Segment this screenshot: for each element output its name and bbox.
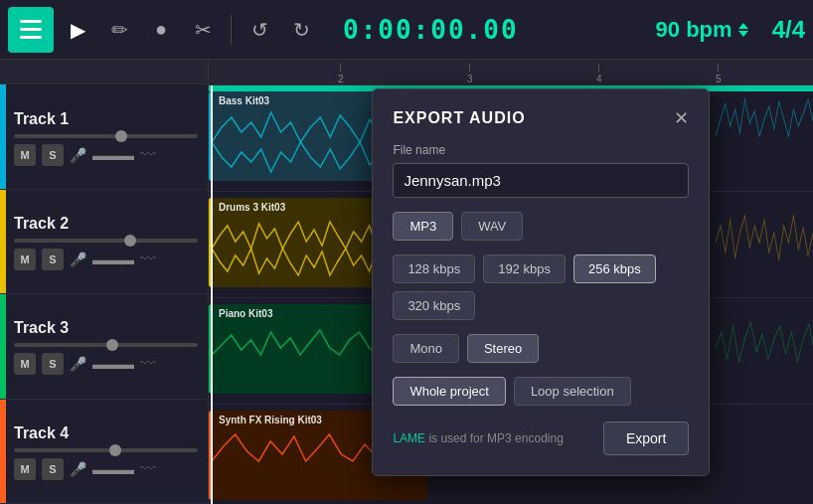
track2-controls: M S 🎤 ▬▬▬ 〰 xyxy=(14,249,198,270)
file-name-input[interactable] xyxy=(393,163,689,198)
track2-name: Track 2 xyxy=(14,215,198,233)
track4-name: Track 4 xyxy=(14,424,198,442)
format-buttons: MP3 WAV xyxy=(393,212,689,241)
track3-eq-icon: ▬▬▬ xyxy=(92,356,134,372)
track4-slider-row xyxy=(14,448,198,452)
bpm-arrows xyxy=(738,23,748,37)
track2-mute-btn[interactable]: M xyxy=(14,249,36,270)
track2-solo-btn[interactable]: S xyxy=(42,249,64,270)
bitrate-buttons: 128 kbps 192 kbps 256 kbps 320 kbps xyxy=(393,254,689,320)
bitrate-192-btn[interactable]: 192 kbps xyxy=(483,254,566,283)
timeline-area[interactable]: 2 3 4 5 Bass Kit03 xyxy=(209,60,813,504)
bpm-value: 90 bpm xyxy=(656,17,732,43)
track3-mic-icon: 🎤 xyxy=(70,356,86,372)
menu-button[interactable] xyxy=(8,7,54,53)
toolbar-separator-1 xyxy=(231,15,232,45)
track4-mic-icon: 🎤 xyxy=(70,461,86,477)
track3-name: Track 3 xyxy=(14,319,198,337)
track-item-1: Track 1 M S 🎤 ▬▬▬ 〰 xyxy=(0,84,208,189)
track1-slider-row xyxy=(14,134,198,138)
track4-mute-btn[interactable]: M xyxy=(14,458,36,480)
track1-name: Track 1 xyxy=(14,110,198,128)
export-dialog: EXPORT AUDIO ✕ File name MP3 WAV 128 kbp… xyxy=(372,88,710,476)
track2-eq-icon: ▬▬▬ xyxy=(92,252,134,267)
export-button[interactable]: Export xyxy=(603,421,689,455)
track-item-3: Track 3 M S 🎤 ▬▬▬ 〰 xyxy=(0,294,208,399)
track3-slider-row xyxy=(14,343,198,347)
scissors-tool-button[interactable]: ✂ xyxy=(185,12,221,48)
channel-mono-btn[interactable]: Mono xyxy=(393,334,459,363)
bitrate-320-btn[interactable]: 320 kbps xyxy=(393,291,475,320)
track1-solo-btn[interactable]: S xyxy=(42,144,64,166)
tracks-sidebar: Track 1 M S 🎤 ▬▬▬ 〰 Track 2 xyxy=(0,60,209,504)
track-item-4: Track 4 M S 🎤 ▬▬▬ 〰 xyxy=(0,400,208,504)
clock-tool-button[interactable]: ● xyxy=(143,12,179,48)
redo-button[interactable]: ↻ xyxy=(283,12,319,48)
bitrate-256-btn[interactable]: 256 kbps xyxy=(573,254,656,283)
track1-mute-btn[interactable]: M xyxy=(14,144,36,166)
bpm-display: 90 bpm xyxy=(656,17,748,43)
track2-color-strip xyxy=(0,190,6,293)
track4-wave-icon: 〰 xyxy=(140,460,156,478)
dialog-footer-note: LAME is used for MP3 encoding xyxy=(393,431,563,445)
file-name-label: File name xyxy=(393,143,689,157)
range-whole-btn[interactable]: Whole project xyxy=(393,377,505,406)
track1-wave-icon: 〰 xyxy=(140,146,156,164)
footer-note-text: is used for MP3 encoding xyxy=(425,431,564,445)
bpm-down-arrow[interactable] xyxy=(738,31,748,37)
track3-volume-slider[interactable] xyxy=(14,343,198,347)
track4-volume-slider[interactable] xyxy=(14,448,198,452)
track2-wave-icon: 〰 xyxy=(140,251,156,268)
bitrate-128-btn[interactable]: 128 kbps xyxy=(393,254,475,283)
channel-buttons: Mono Stereo xyxy=(393,334,689,363)
lame-link[interactable]: LAME xyxy=(393,431,425,445)
track-item-2: Track 2 M S 🎤 ▬▬▬ 〰 xyxy=(0,190,208,294)
ruler-spacer xyxy=(0,60,208,84)
pencil-tool-button[interactable]: ✏ xyxy=(101,12,137,48)
dialog-title: EXPORT AUDIO xyxy=(393,109,525,127)
format-wav-btn[interactable]: WAV xyxy=(461,212,523,241)
undo-button[interactable]: ↺ xyxy=(242,12,277,48)
select-tool-button[interactable]: ▶ xyxy=(60,12,95,48)
dialog-footer: LAME is used for MP3 encoding Export xyxy=(393,421,689,455)
track3-wave-icon: 〰 xyxy=(140,355,156,373)
channel-stereo-btn[interactable]: Stereo xyxy=(467,334,539,363)
toolbar: ▶ ✏ ● ✂ ↺ ↻ 0:00:00.00 90 bpm 4/4 xyxy=(0,0,813,60)
track1-volume-slider[interactable] xyxy=(14,134,198,138)
track1-mic-icon: 🎤 xyxy=(70,147,86,163)
track1-eq-icon: ▬▬▬ xyxy=(92,147,134,163)
track4-color-strip xyxy=(0,400,6,503)
track2-slider-row xyxy=(14,239,198,243)
track4-solo-btn[interactable]: S xyxy=(42,458,64,480)
track4-controls: M S 🎤 ▬▬▬ 〰 xyxy=(14,458,198,480)
main-area: Track 1 M S 🎤 ▬▬▬ 〰 Track 2 xyxy=(0,60,813,504)
format-mp3-btn[interactable]: MP3 xyxy=(393,212,453,241)
track2-mic-icon: 🎤 xyxy=(70,252,86,267)
track3-color-strip xyxy=(0,294,6,398)
dialog-close-button[interactable]: ✕ xyxy=(674,109,689,127)
track3-mute-btn[interactable]: M xyxy=(14,353,36,375)
track3-solo-btn[interactable]: S xyxy=(42,353,64,375)
track1-controls: M S 🎤 ▬▬▬ 〰 xyxy=(14,144,198,166)
time-signature: 4/4 xyxy=(772,16,805,44)
track4-eq-icon: ▬▬▬ xyxy=(92,461,134,477)
time-display: 0:00:00.00 xyxy=(343,15,519,45)
range-loop-btn[interactable]: Loop selection xyxy=(514,377,631,406)
track2-volume-slider[interactable] xyxy=(14,239,198,243)
dialog-overlay: EXPORT AUDIO ✕ File name MP3 WAV 128 kbp… xyxy=(209,60,813,504)
track1-color-strip xyxy=(0,84,6,188)
bpm-up-arrow[interactable] xyxy=(738,23,748,29)
range-buttons: Whole project Loop selection xyxy=(393,377,689,406)
dialog-title-row: EXPORT AUDIO ✕ xyxy=(393,109,689,127)
track3-controls: M S 🎤 ▬▬▬ 〰 xyxy=(14,353,198,375)
